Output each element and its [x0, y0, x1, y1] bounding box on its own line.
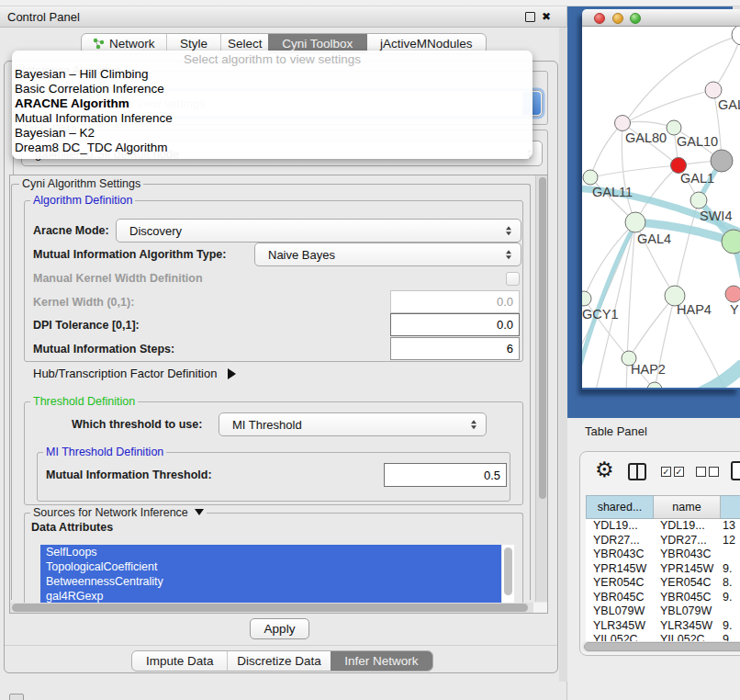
tab-impute-data[interactable]: Impute Data — [132, 651, 227, 671]
table-panel-area: Table Panel ⚙ ✓ ✓ shared... — [567, 418, 740, 700]
table-cell: YIL052C — [593, 633, 638, 641]
network-canvas[interactable]: GALGAL80GAL10GAL1GAL11SWI4GAL4GCY1HAP4YH… — [582, 27, 740, 388]
network-node-n-bottom[interactable] — [647, 382, 662, 388]
settings-vscrollbar[interactable] — [535, 175, 547, 602]
aracne-mode-label: Aracne Mode: — [33, 224, 109, 237]
table-row[interactable]: YBR043CYBR043C — [586, 548, 740, 562]
gear-icon[interactable]: ⚙ — [595, 457, 614, 482]
network-edge[interactable] — [590, 123, 622, 177]
node-label-GAL11: GAL11 — [592, 185, 633, 199]
corner-fragment — [733, 6, 740, 9]
algorithm-option[interactable]: Bayesian – Hill Climbing — [15, 67, 533, 82]
attribute-item[interactable]: SelfLoops — [40, 545, 501, 559]
algorithm-option[interactable]: Bayesian – K2 — [15, 126, 533, 141]
control-panel-titlebar: Control Panel ✖ — [0, 6, 566, 28]
mi-steps-field[interactable]: 6 — [390, 337, 520, 360]
network-window-titlebar[interactable] — [582, 9, 740, 27]
algorithm-option[interactable]: Basic Correlation Inference — [15, 82, 533, 96]
network-view-window: GALGAL80GAL10GAL1GAL11SWI4GAL4GCY1HAP4YH… — [582, 9, 740, 390]
table-hscrollbar-thumb[interactable] — [584, 642, 740, 651]
table-cell: YBR043C — [660, 548, 712, 560]
bottom-tabs: Impute Data Discretize Data Infer Networ… — [131, 650, 433, 672]
table-row[interactable]: YBL079WYBL079W — [586, 604, 740, 619]
zoom-traffic-light[interactable] — [630, 13, 641, 24]
network-edge[interactable] — [590, 165, 678, 177]
network-edge[interactable] — [629, 296, 675, 358]
mi-type-combo[interactable]: Naive Bayes — [254, 243, 521, 266]
table-cell: YDL19... — [660, 519, 705, 532]
col-header-shared[interactable]: shared... — [586, 495, 654, 519]
algorithm-option[interactable]: Mutual Information Inference — [15, 111, 533, 126]
col-header-3[interactable] — [721, 495, 740, 519]
network-edge[interactable] — [635, 165, 678, 222]
network-node-GAL11[interactable] — [583, 170, 598, 185]
popup-prompt: Select algorithm to view settings — [12, 51, 533, 67]
network-node-n-salmon[interactable] — [725, 286, 740, 302]
node-label-SWI4: SWI4 — [700, 209, 732, 223]
node-label-GAL4: GAL4 — [637, 231, 671, 246]
algorithm-option[interactable]: ARACNE Algorithm — [15, 96, 533, 111]
attributes-list[interactable]: SelfLoopsTopologicalCoefficientBetweenne… — [40, 545, 501, 605]
which-threshold-combo[interactable]: MI Threshold — [219, 412, 487, 436]
table-cell: 12 — [723, 534, 735, 547]
float-icon[interactable] — [525, 12, 535, 22]
network-node-n-gray[interactable] — [711, 150, 733, 172]
attribute-item[interactable]: gal4RGexp — [40, 589, 501, 604]
table-row[interactable]: YDL19...YDL19...13 — [586, 519, 740, 534]
table-row[interactable]: YPR145WYPR145W9. — [586, 562, 740, 577]
expand-arrow-icon — [228, 368, 236, 379]
table-row[interactable]: YLR345WYLR345W9. — [586, 619, 740, 634]
table-cell: 9. — [723, 591, 732, 604]
network-edge[interactable] — [700, 365, 740, 388]
manual-kernel-checkbox[interactable] — [506, 272, 520, 286]
table-mode-icon[interactable] — [731, 461, 740, 480]
settings-vscrollbar-thumb[interactable] — [539, 177, 546, 499]
network-node-GAL80[interactable] — [615, 116, 631, 131]
table-window: ⚙ ✓ ✓ shared... name — [579, 451, 740, 656]
table-row[interactable]: YER054CYER054C8. — [586, 576, 740, 591]
settings-hscrollbar-thumb[interactable] — [12, 604, 528, 612]
table-panel-title: Table Panel — [585, 424, 647, 438]
attribute-item[interactable]: TopologicalCoefficient — [40, 559, 501, 574]
kernel-width-field[interactable]: 0.0 — [390, 290, 520, 313]
network-node-GAL10[interactable] — [667, 120, 681, 135]
network-node-GAL2[interactable] — [705, 82, 722, 98]
table-cell: YER054C — [593, 576, 645, 589]
aracne-mode-combo[interactable]: Discovery — [116, 219, 521, 243]
select-all-icon[interactable]: ✓ ✓ — [661, 467, 687, 478]
close-icon[interactable]: ✖ — [542, 6, 551, 28]
attributes-scrollbar-thumb[interactable] — [504, 548, 512, 595]
node-label-GAL80: GAL80 — [625, 130, 667, 145]
close-traffic-light[interactable] — [594, 13, 605, 24]
tab-discretize-data[interactable]: Discretize Data — [227, 651, 330, 671]
table-hscrollbar[interactable] — [582, 641, 740, 652]
sources-title[interactable]: Sources for Network Inference — [30, 506, 207, 519]
col-header-name[interactable]: name — [654, 495, 721, 519]
deselect-all-icon[interactable] — [696, 467, 722, 478]
network-node-n-top[interactable] — [732, 27, 740, 45]
network-node-GAL4[interactable] — [625, 212, 645, 232]
attributes-scrollbar[interactable] — [502, 545, 514, 605]
mini-panel-icon[interactable] — [9, 694, 24, 700]
settings-hscrollbar[interactable] — [10, 603, 533, 613]
table-cell: YBR045C — [593, 591, 645, 604]
node-label-HAP4: HAP4 — [677, 302, 712, 317]
algorithm-option[interactable]: Dream8 DC_TDC Algorithm — [15, 141, 533, 155]
network-node-GCY1[interactable] — [582, 291, 591, 306]
attribute-item[interactable]: BetweennessCentrality — [40, 574, 501, 589]
dpi-tolerance-field[interactable]: 0.0 — [390, 313, 520, 336]
table-cell: 9. — [723, 619, 732, 632]
apply-button[interactable]: Apply — [250, 618, 309, 639]
cyni-settings-title: Cyni Algorithm Settings — [19, 177, 143, 190]
network-node-SWI4[interactable] — [690, 192, 707, 209]
mi-threshold-field[interactable]: 0.5 — [384, 463, 507, 487]
hub-definition-toggle[interactable]: Hub/Transcription Factor Definition — [33, 367, 236, 380]
tab-infer-network[interactable]: Infer Network — [331, 651, 432, 671]
table-row[interactable]: YIL052CYIL052C9. — [586, 633, 740, 641]
network-edge[interactable] — [628, 90, 713, 121]
table-row[interactable]: YDR27...YDR27...12 — [586, 534, 740, 548]
columns-icon[interactable] — [628, 463, 646, 480]
minimize-traffic-light[interactable] — [612, 13, 623, 24]
table-row[interactable]: YBR045CYBR045C9. — [586, 591, 740, 605]
window-right-margin — [559, 28, 567, 682]
